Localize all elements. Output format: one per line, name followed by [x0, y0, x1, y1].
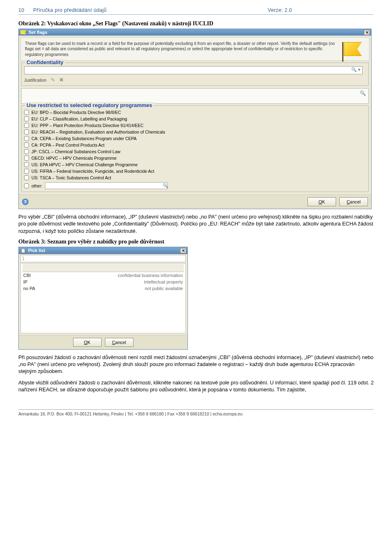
close-button[interactable]: ✕: [364, 30, 370, 35]
reg-item-label: US: EPA HPVC – HPV Chemical Challenge Pr…: [31, 162, 138, 167]
reg-checkbox[interactable]: [24, 136, 29, 141]
reg-item[interactable]: US: TSCA – Toxic Substances Control Act: [24, 174, 366, 181]
clear-icon[interactable]: ✖: [59, 77, 64, 83]
filter-icon: ⤵: [22, 256, 24, 261]
reg-checkbox[interactable]: [24, 175, 29, 180]
reg-checkbox[interactable]: [24, 116, 29, 121]
figure-2-caption: Obrázek 2: Vyskakovací okno „Set Flags" …: [18, 20, 374, 27]
reg-checkbox[interactable]: [24, 110, 29, 115]
page-number: 10: [18, 7, 24, 13]
paragraph-1: Pro výběr „CBI" (důvěrná obchodní inform…: [18, 213, 374, 234]
reg-item[interactable]: EU: BPD – Biocidal Products Directive 98…: [24, 109, 366, 116]
reg-item[interactable]: EU: REACH – Registration, Evaluation and…: [24, 129, 366, 135]
cancel-button[interactable]: Cancel: [339, 197, 368, 206]
picklist-body: CBI confidential business information IP…: [20, 263, 186, 333]
pick-list-dialog: 📋 Pick list ✕ ⤵ CBI confidential busines…: [18, 247, 188, 350]
picklist-key: IP: [23, 279, 27, 284]
dialog-description: These flags can be used to mark a record…: [20, 37, 370, 61]
search-icon[interactable]: 🔍: [360, 90, 366, 96]
page-header: 10 Příručka pro předkládání údajů Verze:…: [18, 7, 374, 15]
reg-item[interactable]: US: FIFRA – Federal Insecticide, Fungici…: [24, 168, 366, 174]
justification-label: Justification: [24, 78, 47, 83]
regulatory-checklist: EU: BPD – Biocidal Products Directive 98…: [24, 109, 366, 189]
dialog-titlebar[interactable]: Set flags ✕: [19, 29, 371, 36]
search-icon[interactable]: 🔍: [163, 183, 168, 188]
page-footer: Annankatu 18, P.O. Box 400, FI-00121 Hel…: [18, 409, 374, 416]
figure-3-caption: Obrázek 3: Seznam pro výběr z nabídky pr…: [18, 239, 374, 245]
ok-button[interactable]: OK: [307, 197, 336, 206]
doc-version: Verze: 2.0: [268, 7, 292, 13]
reg-item-label: EU: PPP – Plant Protection Products Dire…: [31, 123, 144, 128]
confidentiality-group: Confidentiality 🔍 ▾ Justification ✎ ✖: [21, 63, 369, 86]
reg-checkbox[interactable]: [24, 149, 29, 154]
reg-item[interactable]: CA: CEPA – Existing Substances Program u…: [24, 135, 366, 142]
reg-item[interactable]: EU: CLP – Classification, Labelling and …: [24, 116, 366, 122]
reg-item[interactable]: US: EPA HPVC – HPV Chemical Challenge Pr…: [24, 161, 366, 168]
regulatory-group: Use restricted to selected regulatory pr…: [21, 105, 369, 192]
reg-item[interactable]: CA: PCPA – Pest Control Products Act: [24, 142, 366, 148]
other-input[interactable]: [45, 182, 167, 189]
confidentiality-input[interactable]: [24, 66, 363, 74]
picklist-row[interactable]: no PA not public available: [21, 285, 185, 292]
reg-checkbox[interactable]: [24, 169, 29, 174]
reg-item-label: EU: BPD – Biocidal Products Directive 98…: [31, 110, 121, 115]
picklist-val: intellectual property: [144, 279, 183, 284]
reg-item-label: EU: REACH – Registration, Evaluation and…: [31, 129, 165, 134]
reg-item-label: CA: PCPA – Pest Control Products Act: [31, 143, 105, 147]
help-icon[interactable]: ?: [22, 199, 29, 205]
reg-item-label: OECD: HPVC – HPV Chemicals Programme: [31, 156, 116, 161]
reg-item-label: CA: CEPA – Existing Substances Program u…: [31, 136, 137, 141]
reg-item[interactable]: EU: PPP – Plant Protection Products Dire…: [24, 122, 366, 129]
set-flags-dialog: Set flags ✕ These flags can be used to m…: [18, 29, 372, 209]
paragraph-3: Abyste vložili odůvodnění žádosti o zach…: [18, 379, 374, 393]
ok-button[interactable]: OK: [73, 338, 102, 347]
paragraph-2: Při posuzování žádostí o zachování důvěr…: [18, 354, 374, 375]
other-label: other:: [31, 183, 42, 188]
flag-illustration: [341, 41, 365, 57]
edit-icon[interactable]: ✎: [51, 77, 55, 83]
doc-title: Příručka pro předkládání údajů: [33, 7, 107, 13]
reg-item[interactable]: JP: CSCL – Chemical Substances Control L…: [24, 148, 366, 155]
picklist-icon: 📋: [20, 248, 26, 253]
dialog-title: Set flags: [29, 30, 47, 35]
regulatory-legend: Use restricted to selected regulatory pr…: [25, 102, 154, 108]
dialog-title: Pick list: [28, 248, 45, 253]
picklist-val: not public available: [145, 286, 183, 291]
reg-checkbox[interactable]: [24, 143, 29, 147]
close-button[interactable]: ✕: [180, 248, 186, 253]
picklist-key: CBI: [23, 273, 31, 278]
reg-item-label: EU: CLP – Classification, Labelling and …: [31, 116, 127, 121]
picklist-search[interactable]: ⤵: [20, 255, 186, 262]
picklist-val: confidential business information: [118, 273, 183, 278]
dialog-button-bar: OK Cancel: [19, 335, 187, 349]
reg-checkbox[interactable]: [24, 123, 29, 128]
reg-checkbox[interactable]: [24, 156, 29, 161]
picklist-row[interactable]: IP intellectual property: [21, 279, 185, 285]
dialog-description-text: These flags can be used to mark a record…: [25, 41, 341, 57]
dialog-button-bar: ? OK Cancel: [19, 194, 371, 209]
reg-item[interactable]: OECD: HPVC – HPV Chemicals Programme: [24, 155, 366, 161]
picklist-row[interactable]: CBI confidential business information: [21, 272, 185, 279]
other-checkbox[interactable]: [24, 183, 29, 188]
search-icon[interactable]: 🔍: [351, 67, 357, 73]
reg-checkbox[interactable]: [24, 129, 29, 134]
flag-icon: [20, 30, 26, 34]
reg-item-label: US: TSCA – Toxic Substances Control Act: [31, 175, 111, 180]
picklist-empty-row[interactable]: [22, 264, 184, 272]
dropdown-icon[interactable]: ▾: [358, 67, 364, 73]
reg-checkbox[interactable]: [24, 162, 29, 167]
justification-textarea[interactable]: 🔍: [21, 88, 369, 104]
reg-item-label: JP: CSCL – Chemical Substances Control L…: [31, 149, 120, 154]
confidentiality-legend: Confidentiality: [25, 59, 65, 65]
dialog-titlebar[interactable]: 📋 Pick list ✕: [19, 247, 187, 254]
cancel-button[interactable]: Cancel: [105, 338, 134, 347]
reg-item-label: US: FIFRA – Federal Insecticide, Fungici…: [31, 169, 154, 174]
picklist-key: no PA: [23, 286, 35, 291]
